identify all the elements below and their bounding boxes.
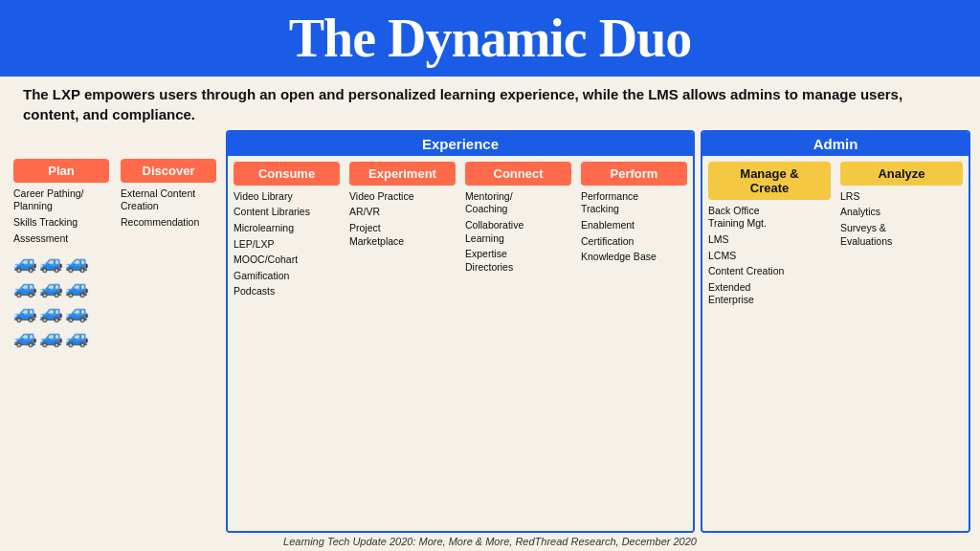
cars-area: 🚙 🚙 🚙 🚙 🚙 🚙 🚙 🚙 🚙 🚙 🚙 🚙 <box>13 251 109 348</box>
list-item: PerformanceTracking <box>581 190 687 216</box>
list-item: ProjectMarketplace <box>349 222 456 248</box>
list-item: Certification <box>581 235 687 249</box>
car-icon: 🚙 <box>65 276 89 298</box>
list-item: LEP/LXP <box>234 238 340 252</box>
experience-body: Consume Video Library Content Libraries … <box>228 156 693 531</box>
discover-header: Discover <box>121 159 216 183</box>
car-icon: 🚙 <box>13 251 37 274</box>
perform-items: PerformanceTracking Enablement Certifica… <box>581 190 687 264</box>
manage-create-items: Back OfficeTraining Mgt. LMS LCMS Conten… <box>708 205 831 307</box>
list-item: Recommendation <box>121 216 216 230</box>
experiment-header: Experiment <box>349 162 456 186</box>
plan-items: Career Pathing/Planning Skills Tracking … <box>13 187 109 246</box>
list-item: LCMS <box>708 250 831 263</box>
car-icon: 🚙 <box>13 325 37 348</box>
plan-header: Plan <box>13 159 109 183</box>
list-item: Analytics <box>840 206 963 219</box>
list-item: CollaborativeLearning <box>465 219 571 245</box>
analyze-column: Analyze LRS Analytics Surveys &Evaluatio… <box>836 158 967 529</box>
list-item: Content Libraries <box>234 206 340 219</box>
manage-create-header: Manage &Create <box>708 162 831 200</box>
list-item: Content Creation <box>708 265 831 278</box>
list-item: External ContentCreation <box>121 187 216 213</box>
list-item: Podcasts <box>234 285 340 298</box>
admin-header: Admin <box>702 132 969 156</box>
connect-header: Connect <box>465 162 571 186</box>
manage-create-column: Manage &Create Back OfficeTraining Mgt. … <box>704 158 835 529</box>
car-icon: 🚙 <box>39 300 63 323</box>
list-item: Video Practice <box>349 190 456 204</box>
list-item: Back OfficeTraining Mgt. <box>708 205 831 231</box>
discover-items: External ContentCreation Recommendation <box>121 187 216 230</box>
list-item: Knowledge Base <box>581 251 687 264</box>
experiment-column: Experiment Video Practice AR/VR ProjectM… <box>345 158 459 529</box>
list-item: ExpertiseDirectories <box>465 248 571 274</box>
discover-column: Discover External ContentCreation Recomm… <box>117 155 220 531</box>
citation-normal: , RedThread Research, December 2020 <box>509 536 697 547</box>
car-icon: 🚙 <box>65 325 89 348</box>
list-item: Enablement <box>581 219 687 232</box>
subtitle: The LXP empowers users through an open a… <box>0 77 980 130</box>
list-item: LMS <box>708 233 831 247</box>
main-title: The Dynamic Duo <box>19 10 961 69</box>
header-banner: The Dynamic Duo <box>0 0 980 77</box>
car-icon: 🚙 <box>65 300 89 323</box>
experiment-items: Video Practice AR/VR ProjectMarketplace <box>349 190 456 249</box>
car-icon: 🚙 <box>39 276 63 298</box>
analyze-items: LRS Analytics Surveys &Evaluations <box>840 190 963 249</box>
page: The Dynamic Duo The LXP empowers users t… <box>0 0 980 551</box>
list-item: Assessment <box>13 232 109 246</box>
list-item: AR/VR <box>349 206 456 219</box>
list-item: Microlearning <box>234 222 340 235</box>
list-item: Career Pathing/Planning <box>13 187 109 213</box>
list-item: LRS <box>840 190 963 204</box>
experience-block: Experience Consume Video Library Content… <box>226 130 695 533</box>
admin-block: Admin Manage &Create Back OfficeTraining… <box>701 130 970 533</box>
car-icon: 🚙 <box>65 251 89 274</box>
connect-column: Connect Mentoring/Coaching Collaborative… <box>461 158 575 529</box>
perform-column: Perform PerformanceTracking Enablement C… <box>577 158 691 529</box>
list-item: Surveys &Evaluations <box>840 222 963 248</box>
plan-column: Plan Career Pathing/Planning Skills Trac… <box>10 155 113 531</box>
car-icon: 🚙 <box>13 276 37 298</box>
consume-header: Consume <box>234 162 340 186</box>
citation-italic: Learning Tech Update 2020: More, More & … <box>283 536 509 547</box>
list-item: ExtendedEnterprise <box>708 281 831 307</box>
consume-column: Consume Video Library Content Libraries … <box>230 158 344 529</box>
list-item: Mentoring/Coaching <box>465 190 571 216</box>
list-item: MOOC/Cohart <box>234 253 340 267</box>
analyze-header: Analyze <box>840 162 963 186</box>
consume-items: Video Library Content Libraries Microlea… <box>234 190 340 298</box>
car-icon: 🚙 <box>39 325 63 348</box>
list-item: Gamification <box>234 270 340 283</box>
experience-header: Experience <box>228 132 693 156</box>
car-icon: 🚙 <box>13 300 37 323</box>
list-item: Video Library <box>234 190 340 204</box>
admin-body: Manage &Create Back OfficeTraining Mgt. … <box>702 156 969 531</box>
list-item: Skills Tracking <box>13 216 109 230</box>
perform-header: Perform <box>581 162 687 186</box>
footer-citation: Learning Tech Update 2020: More, More & … <box>0 533 980 551</box>
car-icon: 🚙 <box>39 251 63 274</box>
connect-items: Mentoring/Coaching CollaborativeLearning… <box>465 190 571 275</box>
